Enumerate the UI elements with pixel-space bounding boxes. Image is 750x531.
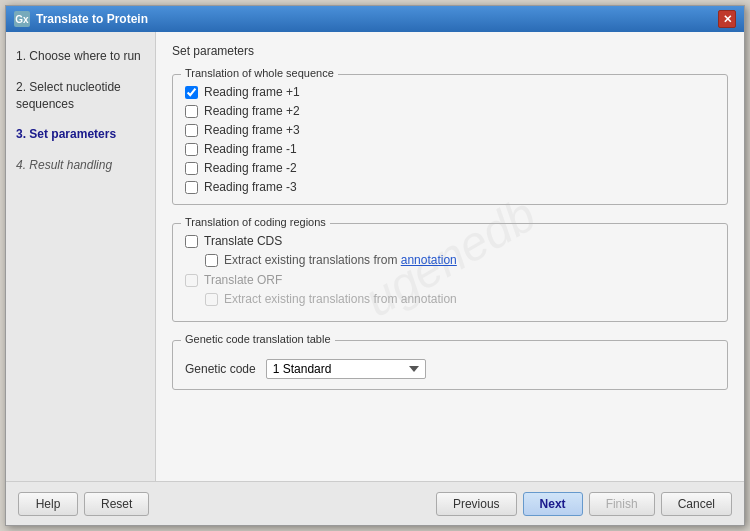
help-button[interactable]: Help [18, 492, 78, 516]
sidebar-item-step3[interactable]: 3. Set parameters [16, 126, 145, 143]
close-button[interactable]: ✕ [718, 10, 736, 28]
footer-right: Previous Next Finish Cancel [436, 492, 732, 516]
step4-num: 4. [16, 158, 26, 172]
next-button[interactable]: Next [523, 492, 583, 516]
extract-orf-checkbox[interactable] [205, 293, 218, 306]
rf-m1-row: Reading frame -1 [185, 142, 715, 156]
genetic-code-row: Genetic code 1 Standard 2 Vertebrate Mit… [185, 359, 715, 379]
translate-orf-label: Translate ORF [204, 273, 282, 287]
rf-m1-label: Reading frame -1 [204, 142, 297, 156]
translate-cds-label: Translate CDS [204, 234, 282, 248]
window-title: Translate to Protein [36, 12, 148, 26]
footer-left: Help Reset [18, 492, 149, 516]
extract-orf-row: Extract existing translations from annot… [205, 292, 715, 306]
rf-p2-checkbox[interactable] [185, 105, 198, 118]
genetic-code-select[interactable]: 1 Standard 2 Vertebrate Mitochondrial 3 … [266, 359, 426, 379]
extract-cds-row: Extract existing translations from annot… [205, 253, 715, 267]
title-bar: Gx Translate to Protein ✕ [6, 6, 744, 32]
previous-button[interactable]: Previous [436, 492, 517, 516]
window-body: 1. Choose where to run 2. Select nucleot… [6, 32, 744, 481]
cancel-button[interactable]: Cancel [661, 492, 732, 516]
footer: Help Reset Previous Next Finish Cancel [6, 481, 744, 525]
rf-m2-checkbox[interactable] [185, 162, 198, 175]
rf-p3-label: Reading frame +3 [204, 123, 300, 137]
main-window: Gx Translate to Protein ✕ 1. Choose wher… [5, 5, 745, 526]
translate-orf-checkbox[interactable] [185, 274, 198, 287]
rf-p2-row: Reading frame +2 [185, 104, 715, 118]
section-title: Set parameters [172, 44, 728, 58]
coding-regions-group: Translation of coding regions Translate … [172, 223, 728, 322]
extract-cds-checkbox[interactable] [205, 254, 218, 267]
title-bar-left: Gx Translate to Protein [14, 11, 148, 27]
sidebar-item-step2[interactable]: 2. Select nucleotide sequences [16, 79, 145, 113]
reset-button[interactable]: Reset [84, 492, 149, 516]
step2-num: 2. [16, 80, 26, 94]
app-icon: Gx [14, 11, 30, 27]
step3-num: 3. [16, 127, 26, 141]
step3-label: Set parameters [29, 127, 116, 141]
step4-label: Result handling [29, 158, 112, 172]
rf-m1-checkbox[interactable] [185, 143, 198, 156]
sidebar-item-step4[interactable]: 4. Result handling [16, 157, 145, 174]
extract-orf-label: Extract existing translations from annot… [224, 292, 457, 306]
translate-cds-row: Translate CDS [185, 234, 715, 248]
rf-p3-checkbox[interactable] [185, 124, 198, 137]
genetic-code-group: Genetic code translation table Genetic c… [172, 340, 728, 390]
whole-sequence-legend: Translation of whole sequence [181, 67, 338, 79]
step1-num: 1. [16, 49, 26, 63]
rf-m3-label: Reading frame -3 [204, 180, 297, 194]
rf-m3-row: Reading frame -3 [185, 180, 715, 194]
rf-m2-row: Reading frame -2 [185, 161, 715, 175]
rf-p2-label: Reading frame +2 [204, 104, 300, 118]
rf-p1-label: Reading frame +1 [204, 85, 300, 99]
step1-label: Choose where to run [29, 49, 140, 63]
sidebar-item-step1[interactable]: 1. Choose where to run [16, 48, 145, 65]
rf-m3-checkbox[interactable] [185, 181, 198, 194]
extract-cds-label: Extract existing translations from annot… [224, 253, 457, 267]
annotation-link-cds[interactable]: annotation [401, 253, 457, 267]
translate-orf-row: Translate ORF [185, 273, 715, 287]
main-content: ugenedb Set parameters Translation of wh… [156, 32, 744, 481]
rf-p3-row: Reading frame +3 [185, 123, 715, 137]
rf-m2-label: Reading frame -2 [204, 161, 297, 175]
genetic-code-legend: Genetic code translation table [181, 333, 335, 345]
sidebar: 1. Choose where to run 2. Select nucleot… [6, 32, 156, 481]
step2-label: Select nucleotide sequences [16, 80, 121, 111]
whole-sequence-group: Translation of whole sequence Reading fr… [172, 74, 728, 205]
genetic-code-label: Genetic code [185, 362, 256, 376]
translate-cds-checkbox[interactable] [185, 235, 198, 248]
coding-regions-legend: Translation of coding regions [181, 216, 330, 228]
rf-p1-row: Reading frame +1 [185, 85, 715, 99]
rf-p1-checkbox[interactable] [185, 86, 198, 99]
finish-button[interactable]: Finish [589, 492, 655, 516]
